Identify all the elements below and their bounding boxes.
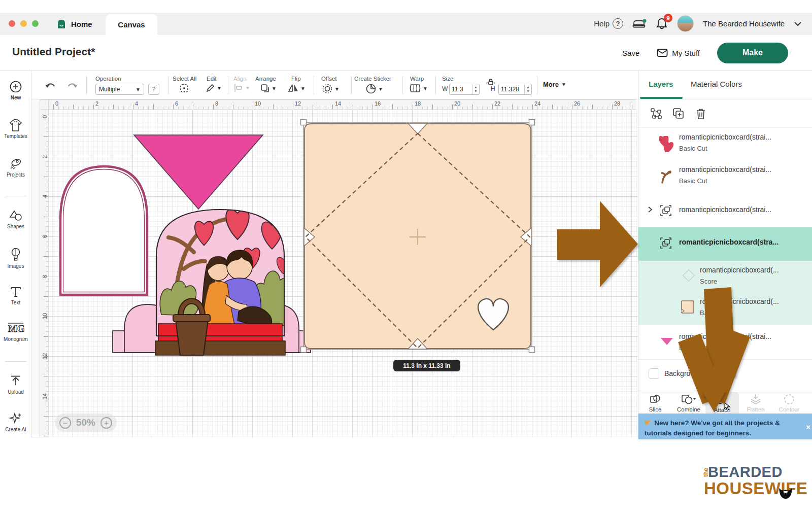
sidebar-item-projects[interactable]: Projects xyxy=(0,157,31,178)
arrange-button[interactable]: ▼ xyxy=(260,83,277,93)
sidebar-item-text[interactable]: Text xyxy=(0,285,31,305)
chevron-down-icon[interactable] xyxy=(794,21,802,26)
app-window: Home Canvas Help ? 9 The B xyxy=(0,0,812,516)
tab-material-colors[interactable]: Material Colors xyxy=(691,80,742,88)
lock-icon[interactable] xyxy=(486,78,495,86)
save-button[interactable]: Save xyxy=(622,49,639,57)
operation-help-button[interactable]: ? xyxy=(148,84,159,95)
zoom-in-button[interactable]: + xyxy=(100,417,112,429)
home-icon xyxy=(56,18,67,29)
vertical-ruler: 0 2 4 6 8 10 12 14 xyxy=(40,110,49,437)
layer-row-group-selected[interactable]: romanticpicnicboxcard(stra... xyxy=(638,227,812,261)
active-tab-underline xyxy=(640,97,683,99)
operation-select[interactable]: Multiple ▼ xyxy=(95,84,144,95)
ungroup-icon[interactable] xyxy=(650,107,663,120)
zoom-out-button[interactable]: − xyxy=(59,417,71,429)
height-input[interactable]: 11.328 ▲▼ xyxy=(498,84,532,95)
layers-toolbar xyxy=(638,99,812,128)
templates-icon xyxy=(9,119,23,132)
banner-close-button[interactable]: × xyxy=(806,422,810,433)
layer-row-branch[interactable]: romanticpicnicboxcard(strai... Basic Cut xyxy=(638,160,812,193)
layer-row-card[interactable]: romanticpicnicboxcard(... Basic Cut xyxy=(638,292,812,325)
flip-button[interactable]: ▼ xyxy=(288,83,306,93)
edit-button[interactable]: ▼ xyxy=(206,83,222,93)
machine-status-icon[interactable] xyxy=(632,18,647,29)
layer-row-score[interactable]: romanticpicnicboxcard(... Score xyxy=(638,261,812,292)
duplicate-icon[interactable] xyxy=(672,107,685,120)
layer-row-triangle[interactable]: romanticpicnicboxcard(strai... Basic Cut xyxy=(638,327,812,359)
layer-actions: Slice Combine Attach xyxy=(638,392,812,414)
svg-text:MG: MG xyxy=(8,323,24,334)
tab-layers[interactable]: Layers xyxy=(649,80,673,88)
undo-button[interactable] xyxy=(45,81,57,90)
width-stepper[interactable]: ▲▼ xyxy=(472,84,479,94)
layer-thumb-branch xyxy=(659,168,673,185)
sidebar-item-monogram[interactable]: MG Monogram xyxy=(0,322,31,342)
slice-icon xyxy=(649,393,661,405)
help-menu[interactable]: Help ? xyxy=(594,18,623,29)
width-value: 11.3 xyxy=(450,86,472,93)
warp-button[interactable]: ▼ xyxy=(409,83,428,93)
layer-row-hearts[interactable]: romanticpicnicboxcard(strai... Basic Cut xyxy=(638,128,812,160)
flatten-button[interactable]: Flatten xyxy=(739,392,772,414)
layer-row-group-collapsed[interactable]: romanticpicnicboxcard(strai... xyxy=(638,196,812,227)
account-name: The Bearded Housewife xyxy=(703,19,785,28)
attach-button[interactable]: Attach xyxy=(705,392,739,415)
create-sticker-button[interactable]: ▼ xyxy=(365,83,383,94)
banner-text: New here? We've got all the projects & t… xyxy=(645,419,780,437)
more-label: More xyxy=(543,81,559,88)
notifications-button[interactable]: 9 xyxy=(656,17,668,30)
offset-label: Offset xyxy=(321,76,336,82)
envelope-icon xyxy=(657,48,668,57)
width-input[interactable]: 11.3 ▲▼ xyxy=(449,84,480,95)
offset-button[interactable]: ▼ xyxy=(322,83,340,94)
redo-button[interactable] xyxy=(66,81,78,90)
images-icon xyxy=(9,248,22,262)
canvas-grid[interactable] xyxy=(49,110,638,437)
chevron-right-icon[interactable] xyxy=(647,206,653,213)
chrome-right-cluster: Help ? 9 The Bearded Housewife xyxy=(594,13,802,35)
height-stepper[interactable]: ▲▼ xyxy=(524,84,531,94)
my-stuff-button[interactable]: My Stuff xyxy=(657,48,700,57)
shapes-icon xyxy=(9,209,23,222)
trash-icon[interactable] xyxy=(695,107,707,120)
layer-thumb-card xyxy=(680,299,696,315)
height-label: H xyxy=(491,85,495,92)
tab-home[interactable]: Home xyxy=(56,16,92,31)
beard-icon xyxy=(777,485,794,502)
select-all-button[interactable] xyxy=(179,83,189,93)
sidebar-item-create-ai[interactable]: Create AI xyxy=(0,412,31,432)
combine-button[interactable]: Combine xyxy=(672,392,705,414)
more-button[interactable]: More ▼ xyxy=(543,81,566,88)
caret-down-icon: ▼ xyxy=(245,85,250,91)
select-all-label: Select All xyxy=(173,76,196,82)
background-checkbox[interactable] xyxy=(649,368,659,379)
offset-icon xyxy=(322,83,333,94)
contour-icon xyxy=(783,393,795,405)
beginner-tip-banner: ☛ New here? We've got all the projects &… xyxy=(638,414,812,439)
combine-icon xyxy=(681,393,697,405)
caret-down-icon: ▼ xyxy=(423,86,428,91)
align-button[interactable]: ▼ xyxy=(233,83,250,92)
sidebar-item-new[interactable]: New xyxy=(0,80,31,100)
layer-row-background[interactable]: Background C xyxy=(638,359,812,391)
sidebar-item-templates[interactable]: Templates xyxy=(0,119,31,139)
sidebar-item-shapes[interactable]: Shapes xyxy=(0,209,31,229)
canvas-area[interactable]: 0 2 4 6 8 10 12 14 16 18 20 22 24 26 28 … xyxy=(31,99,638,437)
arrange-label: Arrange xyxy=(255,76,276,82)
size-label: Size xyxy=(442,76,453,82)
slice-button[interactable]: Slice xyxy=(638,392,672,414)
make-button[interactable]: Make xyxy=(717,43,788,63)
minimize-window-button[interactable] xyxy=(20,20,27,27)
contour-button[interactable]: Contour xyxy=(772,392,806,414)
tab-canvas[interactable]: Canvas xyxy=(106,14,157,35)
layer-thumb-triangle xyxy=(659,335,674,349)
sidebar-item-upload[interactable]: Upload xyxy=(0,374,31,395)
tab-canvas-label: Canvas xyxy=(118,20,145,29)
account-avatar[interactable] xyxy=(677,15,694,32)
pencil-icon xyxy=(206,83,215,93)
close-window-button[interactable] xyxy=(9,20,15,27)
text-icon xyxy=(9,285,22,298)
sidebar-item-images[interactable]: Images xyxy=(0,248,31,269)
maximize-window-button[interactable] xyxy=(32,20,39,27)
